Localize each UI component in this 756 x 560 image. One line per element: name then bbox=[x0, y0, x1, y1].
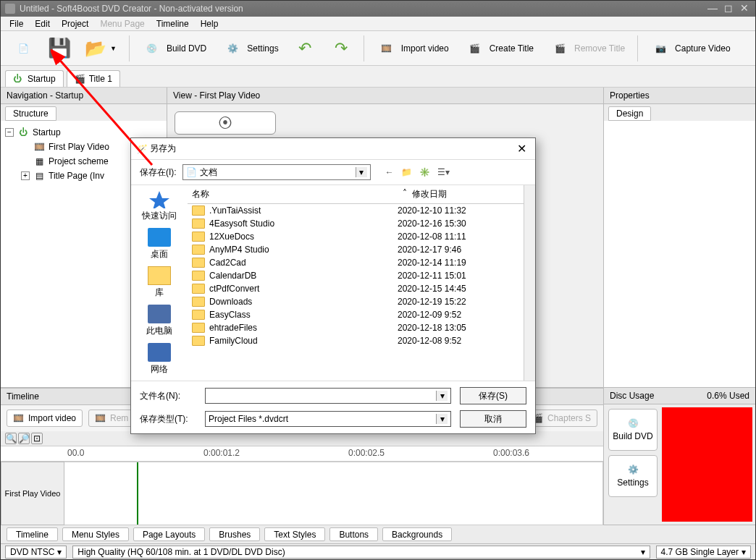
project-tabs: ⏻Startup 🎬Title 1 bbox=[1, 66, 755, 88]
properties-panel: Properties Design bbox=[603, 88, 755, 387]
place-quick[interactable]: 快速访问 bbox=[142, 190, 177, 222]
save-button[interactable]: 💾 bbox=[43, 35, 76, 62]
file-list[interactable]: 名称 ˄ 修改日期 .YunTaiAssist2020-12-10 11:324… bbox=[188, 185, 524, 381]
film-add-icon: 🎞️ bbox=[377, 38, 397, 59]
disc-build-button[interactable]: 💿Build DVD bbox=[608, 409, 658, 451]
col-name[interactable]: 名称 bbox=[188, 188, 398, 200]
new-folder-button[interactable]: ✳️ bbox=[419, 167, 430, 177]
layer-dropdown[interactable]: 4.7 GB Single Layer▾ bbox=[656, 546, 751, 559]
close-button[interactable]: ✕ bbox=[738, 4, 751, 14]
star-icon bbox=[148, 190, 171, 208]
list-scrollbar[interactable] bbox=[524, 185, 535, 381]
library-icon bbox=[148, 266, 171, 285]
zoom-out-button[interactable]: 🔎 bbox=[18, 433, 30, 444]
file-row[interactable]: Cad2Cad2020-12-14 11:19 bbox=[188, 256, 524, 269]
timeline-chapters-button[interactable]: 🎬Chapters S bbox=[526, 410, 597, 427]
file-row[interactable]: AnyMP4 Studio2020-12-17 9:46 bbox=[188, 243, 524, 256]
menu-file[interactable]: File bbox=[4, 17, 29, 30]
remove-title-button[interactable]: 🎬Remove Title bbox=[543, 35, 631, 62]
btab-timeline[interactable]: Timeline bbox=[7, 527, 58, 541]
reel-icon: ⦿ bbox=[218, 115, 232, 132]
zoom-in-button[interactable]: 🔍 bbox=[5, 433, 17, 444]
menu-timeline[interactable]: Timeline bbox=[151, 17, 195, 30]
btab-brushes[interactable]: Brushes bbox=[209, 527, 260, 541]
dialog-close-button[interactable]: ✕ bbox=[514, 142, 529, 156]
track-label: First Play Video bbox=[1, 462, 64, 525]
sort-indicator: ˄ bbox=[398, 188, 412, 200]
menu-menupage[interactable]: Menu Page bbox=[94, 17, 150, 30]
maximize-button[interactable]: ◻ bbox=[722, 4, 735, 14]
place-desktop[interactable]: 桌面 bbox=[148, 228, 171, 260]
new-file-icon: 📄 bbox=[13, 38, 33, 59]
film-remove-icon: 🎞️ bbox=[95, 413, 106, 423]
btab-textstyles[interactable]: Text Styles bbox=[264, 527, 325, 541]
import-video-button[interactable]: 🎞️Import video bbox=[370, 35, 455, 62]
timeline-ruler[interactable]: 00.0 0:00:01.2 0:00:02.5 0:00:03.6 bbox=[1, 446, 603, 462]
folder-icon bbox=[192, 245, 205, 255]
zoom-fit-button[interactable]: ⊡ bbox=[31, 433, 43, 444]
undo-icon: ↶ bbox=[295, 38, 315, 59]
btab-menustyles[interactable]: Menu Styles bbox=[62, 527, 129, 541]
menu-project[interactable]: Project bbox=[56, 17, 94, 30]
gear-icon: ⚙️ bbox=[628, 464, 639, 475]
design-tab[interactable]: Design bbox=[608, 106, 651, 121]
capture-video-button[interactable]: 📷Capture Video bbox=[644, 35, 737, 62]
chevron-down-icon: ▾ bbox=[436, 391, 448, 401]
new-button[interactable]: 📄 bbox=[7, 35, 40, 62]
place-network[interactable]: 网络 bbox=[148, 343, 171, 376]
folder-icon bbox=[192, 284, 205, 294]
format-dropdown[interactable]: DVD NTSC▾ bbox=[5, 546, 67, 559]
menu-edit[interactable]: Edit bbox=[29, 17, 56, 30]
file-row[interactable]: CalendarDB2020-12-11 15:01 bbox=[188, 269, 524, 282]
track-area[interactable] bbox=[64, 462, 603, 525]
save-confirm-button[interactable]: 保存(S) bbox=[460, 387, 526, 404]
file-row[interactable]: ehtradeFiles2020-12-18 13:05 bbox=[188, 321, 524, 334]
file-row[interactable]: ctPdfConvert2020-12-15 14:45 bbox=[188, 282, 524, 295]
file-row[interactable]: 4Easysoft Studio2020-12-16 15:30 bbox=[188, 217, 524, 230]
view-menu-button[interactable]: ☰▾ bbox=[437, 167, 450, 177]
structure-tab[interactable]: Structure bbox=[5, 106, 56, 121]
monitor-icon bbox=[148, 305, 171, 323]
build-dvd-button[interactable]: 💿Build DVD bbox=[135, 35, 213, 62]
disc-settings-button[interactable]: ⚙️Settings bbox=[608, 455, 658, 497]
tab-startup[interactable]: ⏻Startup bbox=[5, 70, 64, 87]
preview-thumbnail[interactable]: ⦿ bbox=[175, 111, 276, 135]
timeline-import-button[interactable]: 🎞️Import video bbox=[7, 410, 83, 427]
place-thispc[interactable]: 此电脑 bbox=[146, 305, 172, 337]
place-lib[interactable]: 库 bbox=[148, 266, 171, 299]
documents-icon: 📄 bbox=[186, 167, 197, 177]
timeline-remove-button[interactable]: 🎞️Rem bbox=[88, 410, 135, 427]
disc-usage-panel: Disc Usage 0.6% Used 💿Build DVD ⚙️Settin… bbox=[603, 388, 755, 525]
btab-pagelayouts[interactable]: Page Layouts bbox=[133, 527, 205, 541]
folder-icon bbox=[192, 219, 205, 229]
collapse-icon[interactable]: − bbox=[5, 128, 14, 137]
file-row[interactable]: Downloads2020-12-19 15:22 bbox=[188, 295, 524, 308]
svg-marker-1 bbox=[149, 191, 169, 208]
btab-buttons[interactable]: Buttons bbox=[329, 527, 378, 541]
dialog-titlebar[interactable]: 🪄 另存为 ✕ bbox=[131, 138, 535, 160]
quality-dropdown[interactable]: High Quality (HQ 60/108 min. at 1 DVD/DL… bbox=[72, 546, 650, 559]
filetype-combo[interactable]: Project Files *.dvdcrt▾ bbox=[205, 411, 451, 427]
expand-icon[interactable]: + bbox=[21, 171, 30, 180]
undo-button[interactable]: ↶ bbox=[288, 35, 322, 62]
btab-backgrounds[interactable]: Backgrounds bbox=[382, 527, 452, 541]
settings-button[interactable]: ⚙️Settings bbox=[216, 35, 285, 62]
minimize-button[interactable]: — bbox=[706, 4, 719, 14]
playhead[interactable] bbox=[137, 462, 138, 525]
open-button[interactable]: 📂▼ bbox=[79, 35, 123, 62]
cancel-button[interactable]: 取消 bbox=[460, 410, 526, 428]
savein-combo[interactable]: 📄 文档 ▾ bbox=[182, 164, 371, 180]
file-row[interactable]: EasyClass2020-12-09 9:52 bbox=[188, 308, 524, 321]
redo-button[interactable]: ↷ bbox=[324, 35, 358, 62]
col-date[interactable]: 修改日期 bbox=[412, 188, 524, 200]
menu-help[interactable]: Help bbox=[195, 17, 224, 30]
filename-input[interactable]: ▾ bbox=[205, 388, 451, 404]
file-row[interactable]: .YunTaiAssist2020-12-10 11:32 bbox=[188, 204, 524, 217]
create-title-button[interactable]: 🎬Create Title bbox=[458, 35, 540, 62]
clapper-remove-icon: 🎬 bbox=[550, 38, 570, 59]
up-button[interactable]: 📁 bbox=[401, 167, 412, 177]
file-row[interactable]: FamilyCloud2020-12-08 9:52 bbox=[188, 334, 524, 347]
file-row[interactable]: 12XueDocs2020-12-08 11:11 bbox=[188, 230, 524, 243]
back-button[interactable]: ← bbox=[385, 167, 394, 177]
tab-title1[interactable]: 🎬Title 1 bbox=[67, 70, 120, 87]
